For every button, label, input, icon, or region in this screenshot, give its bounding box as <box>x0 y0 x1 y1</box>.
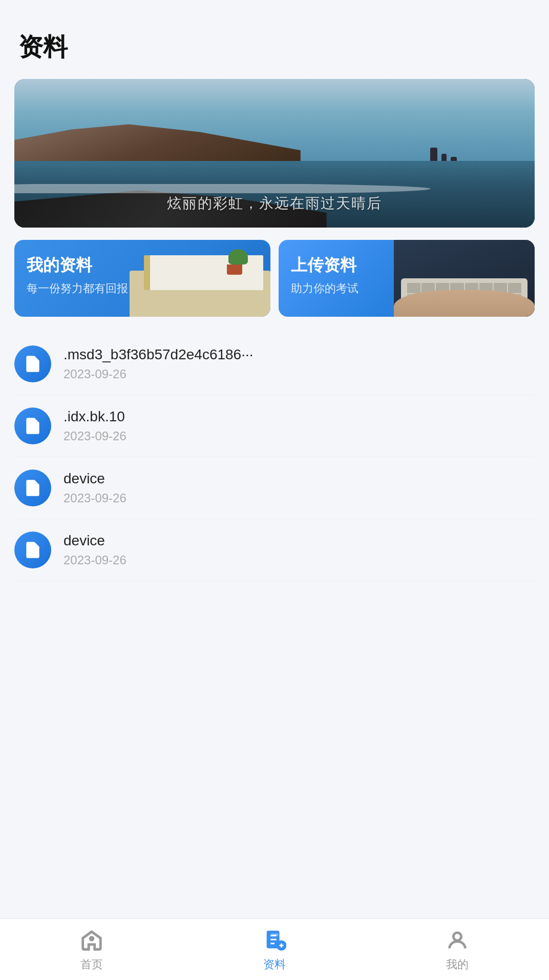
my-materials-scene <box>130 240 270 317</box>
my-materials-card[interactable]: 我的资料 每一份努力都有回报 <box>14 240 270 317</box>
home-icon <box>78 927 105 954</box>
mine-icon <box>444 927 471 954</box>
file-list: .msd3_b3f36b57d2e4c6186··· 2023-09-26 .i… <box>14 333 535 581</box>
file-name-0: .msd3_b3f36b57d2e4c6186··· <box>64 346 535 363</box>
nav-item-home[interactable]: 首页 <box>0 922 183 977</box>
action-cards: 我的资料 每一份努力都有回报 <box>14 240 535 317</box>
file-info-2: device 2023-09-26 <box>64 471 535 505</box>
document-icon <box>23 540 43 560</box>
file-info-1: .idx.bk.10 2023-09-26 <box>64 409 535 443</box>
materials-icon <box>261 927 288 954</box>
bottom-nav: 首页 资料 我的 <box>0 918 549 980</box>
my-materials-subtitle: 每一份努力都有回报 <box>27 281 128 296</box>
page-header: 资料 <box>0 0 549 74</box>
file-icon-3 <box>14 532 51 568</box>
banner-text: 炫丽的彩虹，永远在雨过天晴后 <box>14 194 535 213</box>
home-svg <box>80 929 103 952</box>
file-item-1[interactable]: .idx.bk.10 2023-09-26 <box>14 395 535 457</box>
file-name-2: device <box>64 471 535 487</box>
page-title: 资料 <box>18 31 531 64</box>
svg-point-8 <box>90 937 93 940</box>
materials-svg <box>263 929 286 952</box>
svg-point-17 <box>454 932 461 940</box>
file-icon-0 <box>14 345 51 382</box>
file-name-3: device <box>64 533 535 549</box>
file-date-3: 2023-09-26 <box>64 553 535 567</box>
file-icon-1 <box>14 407 51 444</box>
my-materials-title: 我的资料 <box>27 254 128 277</box>
nav-item-mine[interactable]: 我的 <box>366 922 549 977</box>
file-item-3[interactable]: device 2023-09-26 <box>14 519 535 581</box>
nav-label-home: 首页 <box>80 957 103 972</box>
mine-svg <box>446 929 469 952</box>
file-date-1: 2023-09-26 <box>64 429 535 443</box>
upload-materials-scene <box>394 240 535 317</box>
upload-materials-subtitle: 助力你的考试 <box>291 281 358 296</box>
document-icon <box>23 354 43 374</box>
file-item-2[interactable]: device 2023-09-26 <box>14 457 535 519</box>
key <box>508 283 521 293</box>
nav-label-mine: 我的 <box>446 957 469 972</box>
nav-label-materials: 资料 <box>263 957 286 972</box>
document-icon <box>23 416 43 436</box>
upload-materials-card[interactable]: 上传资料 助力你的考试 <box>279 240 535 317</box>
file-date-0: 2023-09-26 <box>64 367 535 381</box>
key <box>407 283 420 293</box>
my-materials-content: 我的资料 每一份努力都有回报 <box>14 240 140 311</box>
card-hands <box>394 290 535 317</box>
file-date-2: 2023-09-26 <box>64 491 535 505</box>
card-plant-leaves <box>228 249 248 264</box>
file-item-0[interactable]: .msd3_b3f36b57d2e4c6186··· 2023-09-26 <box>14 333 535 395</box>
file-info-3: device 2023-09-26 <box>64 533 535 567</box>
file-name-1: .idx.bk.10 <box>64 409 535 425</box>
banner[interactable]: 炫丽的彩虹，永远在雨过天晴后 <box>14 79 535 228</box>
upload-materials-content: 上传资料 助力你的考试 <box>279 240 371 311</box>
svg-rect-13 <box>270 933 278 935</box>
upload-materials-title: 上传资料 <box>291 254 358 277</box>
card-plant-pot <box>227 264 242 275</box>
nav-item-materials[interactable]: 资料 <box>183 922 366 977</box>
file-icon-2 <box>14 469 51 506</box>
document-icon <box>23 478 43 498</box>
file-info-0: .msd3_b3f36b57d2e4c6186··· 2023-09-26 <box>64 346 535 381</box>
